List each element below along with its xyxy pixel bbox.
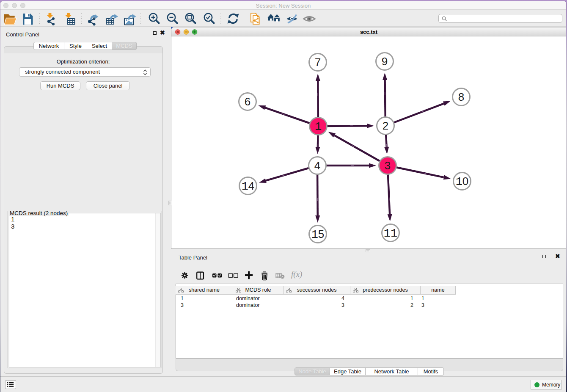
svg-text:1: 1	[315, 121, 322, 133]
svg-text:15: 15	[311, 228, 325, 241]
svg-text:8: 8	[458, 91, 464, 103]
svg-text:4: 4	[314, 159, 320, 172]
svg-text:3: 3	[385, 159, 391, 172]
svg-text:9: 9	[382, 55, 388, 68]
svg-text:14: 14	[242, 179, 255, 193]
svg-text:6: 6	[245, 95, 250, 108]
svg-text:7: 7	[315, 56, 321, 69]
svg-text:10: 10	[456, 175, 469, 188]
svg-text:2: 2	[383, 119, 388, 132]
svg-text:11: 11	[384, 227, 397, 240]
